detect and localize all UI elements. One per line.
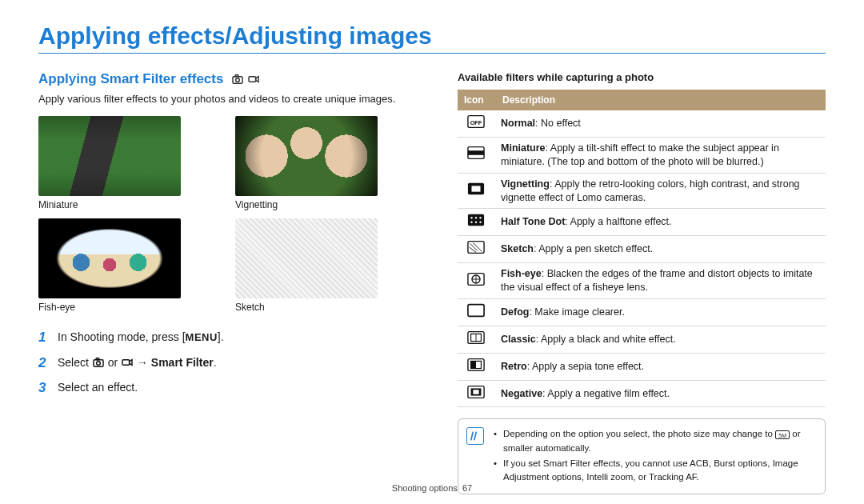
mode-icons bbox=[231, 73, 260, 86]
step-2-bold: Smart Filter bbox=[151, 356, 214, 369]
filter-name: Classic bbox=[501, 334, 536, 345]
page-title: Applying effects/Adjusting images bbox=[38, 22, 826, 54]
note-text: Depending on the option you select, the … bbox=[503, 429, 775, 438]
thumbnail-fisheye: Fish-eye bbox=[38, 218, 226, 313]
filter-description: Defog: Make image clearer. bbox=[494, 298, 826, 326]
svg-point-15 bbox=[470, 217, 472, 218]
step-2: 2 Select or → Smart Filter. bbox=[38, 353, 422, 374]
filter-icon-classic bbox=[458, 326, 494, 353]
filter-text: : Apply a pen sketch effect. bbox=[534, 243, 653, 254]
thumbnail-caption: Fish-eye bbox=[38, 302, 226, 313]
page-footer: Shooting options 67 bbox=[0, 483, 864, 493]
filters-header-icon: Icon bbox=[458, 90, 494, 110]
filter-description: Vignetting: Apply the retro-looking colo… bbox=[494, 173, 826, 209]
table-row: Classic: Apply a black and white effect. bbox=[458, 326, 826, 353]
svg-point-1 bbox=[236, 78, 240, 82]
filter-icon-retro bbox=[458, 353, 494, 380]
step-1: 1 In Shooting mode, press [MENU]. bbox=[38, 327, 422, 348]
table-row: Retro: Apply a sepia tone effect. bbox=[458, 353, 826, 380]
note-line-2: If you set Smart Filter effects, you can… bbox=[494, 457, 815, 485]
thumbnail-caption: Sketch bbox=[235, 302, 422, 313]
right-column: Available filters while capturing a phot… bbox=[458, 71, 826, 494]
filter-name: Normal bbox=[501, 118, 535, 129]
table-row: Sketch: Apply a pen sketch effect. bbox=[458, 236, 826, 263]
step-2-text-a: Select bbox=[58, 356, 92, 369]
video-mode-icon bbox=[121, 356, 134, 369]
svg-rect-13 bbox=[472, 186, 481, 191]
filter-name: Retro bbox=[501, 361, 527, 372]
thumbnail-miniature: Miniature bbox=[38, 116, 226, 210]
filter-description: Fish-eye: Blacken the edges of the frame… bbox=[494, 263, 826, 299]
filter-text: : Apply a black and white effect. bbox=[536, 334, 676, 345]
filter-description: Sketch: Apply a pen sketch effect. bbox=[494, 236, 826, 263]
filter-description: Normal: No effect bbox=[494, 110, 826, 137]
table-row: Miniature: Apply a tilt-shift effect to … bbox=[458, 137, 826, 173]
svg-rect-6 bbox=[96, 358, 98, 360]
thumbnail-caption: Vignetting bbox=[235, 199, 422, 210]
info-icon bbox=[466, 427, 484, 445]
table-row: Vignetting: Apply the retro-looking colo… bbox=[458, 173, 826, 209]
section-subtitle: Apply various filter effects to your pho… bbox=[38, 92, 422, 106]
step-number: 3 bbox=[38, 378, 50, 398]
filter-icon-sketch bbox=[458, 236, 494, 263]
filter-text: : Blacken the edges of the frame and dis… bbox=[501, 268, 813, 293]
menu-button-label: MENU bbox=[186, 330, 218, 346]
svg-text:OFF: OFF bbox=[470, 119, 482, 126]
svg-point-20 bbox=[479, 222, 481, 223]
left-column: Applying Smart Filter effects Apply vari… bbox=[38, 71, 422, 494]
step-3-text: Select an effect. bbox=[58, 379, 138, 396]
filters-header-desc: Description bbox=[494, 90, 826, 110]
step-number: 2 bbox=[38, 353, 50, 374]
filter-description: Retro: Apply a sepia tone effect. bbox=[494, 353, 826, 380]
photo-mode-icon bbox=[92, 356, 105, 369]
filter-icon-vignetting bbox=[458, 173, 494, 209]
table-row: Fish-eye: Blacken the edges of the frame… bbox=[458, 263, 826, 299]
arrow-icon: → bbox=[134, 356, 151, 369]
section-heading: Applying Smart Filter effects bbox=[38, 71, 422, 87]
step-number: 1 bbox=[38, 327, 50, 348]
filter-text: : Apply a negative film effect. bbox=[542, 388, 670, 399]
size-icon: 5M bbox=[775, 430, 790, 439]
thumbnail-image-vignetting bbox=[235, 116, 378, 196]
filter-icon-half-tone-dot bbox=[458, 209, 494, 236]
photo-mode-icon bbox=[231, 73, 244, 86]
thumbnail-image-miniature bbox=[38, 116, 181, 196]
filter-name: Fish-eye bbox=[501, 268, 542, 279]
section-heading-text: Applying Smart Filter effects bbox=[38, 71, 223, 87]
filter-text: : Apply a sepia tone effect. bbox=[527, 361, 644, 372]
filter-name: Defog bbox=[501, 306, 529, 318]
filter-name: Half Tone Dot bbox=[501, 216, 565, 227]
step-1-text-b: ]. bbox=[218, 330, 224, 343]
step-2-text-b: or bbox=[105, 356, 121, 369]
video-mode-icon bbox=[247, 73, 260, 86]
svg-point-5 bbox=[96, 362, 100, 366]
svg-point-18 bbox=[470, 222, 472, 223]
thumbnail-vignetting: Vignetting bbox=[235, 116, 422, 210]
thumbnail-sketch: Sketch bbox=[235, 218, 422, 313]
filter-name: Miniature bbox=[501, 142, 546, 154]
filter-name: Negative bbox=[501, 388, 542, 399]
svg-rect-3 bbox=[249, 77, 256, 82]
content-columns: Applying Smart Filter effects Apply vari… bbox=[38, 71, 826, 494]
filter-text: : Make image clearer. bbox=[529, 306, 625, 318]
svg-line-22 bbox=[470, 244, 478, 251]
filter-icon-miniature bbox=[458, 137, 494, 173]
filter-description: Classic: Apply a black and white effect. bbox=[494, 326, 826, 353]
table-row: Defog: Make image clearer. bbox=[458, 298, 826, 326]
svg-point-19 bbox=[475, 222, 477, 223]
filter-icon-normal: OFF bbox=[458, 110, 494, 137]
svg-point-17 bbox=[479, 217, 481, 218]
filter-text: : Apply a halftone effect. bbox=[565, 216, 671, 227]
svg-rect-38 bbox=[473, 390, 478, 394]
step-2-text-c: . bbox=[214, 356, 217, 369]
note-line-1: Depending on the option you select, the … bbox=[494, 427, 815, 455]
svg-rect-11 bbox=[468, 151, 484, 156]
filter-icon-defog bbox=[458, 298, 494, 326]
svg-rect-35 bbox=[471, 361, 476, 368]
filter-description: Negative: Apply a negative film effect. bbox=[494, 380, 826, 407]
step-1-text-a: In Shooting mode, press [ bbox=[58, 330, 186, 343]
filter-text: : No effect bbox=[535, 118, 581, 129]
svg-line-23 bbox=[473, 243, 482, 252]
filter-icon-fish-eye bbox=[458, 263, 494, 299]
svg-rect-2 bbox=[236, 75, 238, 77]
